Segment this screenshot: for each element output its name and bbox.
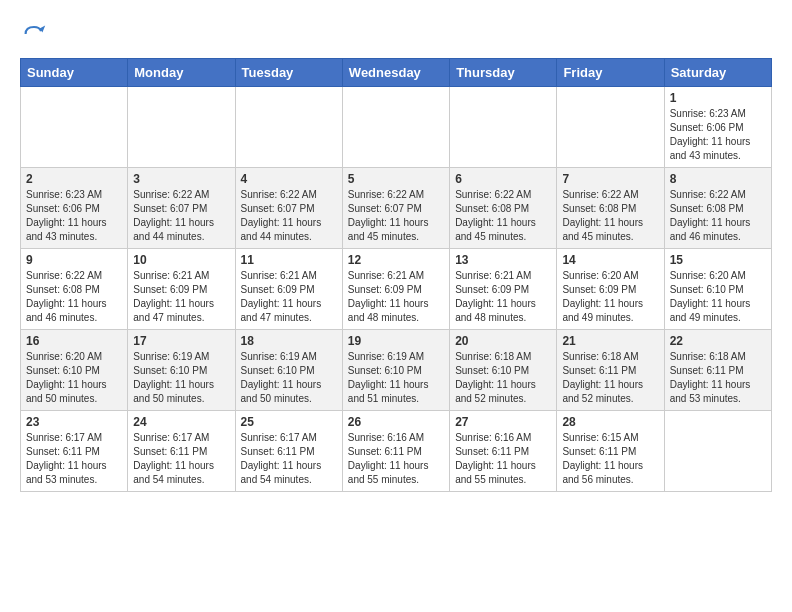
day-number: 9 bbox=[26, 253, 122, 267]
calendar-cell: 1Sunrise: 6:23 AM Sunset: 6:06 PM Daylig… bbox=[664, 87, 771, 168]
day-info: Sunrise: 6:18 AM Sunset: 6:11 PM Dayligh… bbox=[670, 350, 766, 406]
calendar-cell: 17Sunrise: 6:19 AM Sunset: 6:10 PM Dayli… bbox=[128, 330, 235, 411]
day-number: 4 bbox=[241, 172, 337, 186]
calendar-cell: 22Sunrise: 6:18 AM Sunset: 6:11 PM Dayli… bbox=[664, 330, 771, 411]
calendar-cell bbox=[21, 87, 128, 168]
day-info: Sunrise: 6:18 AM Sunset: 6:11 PM Dayligh… bbox=[562, 350, 658, 406]
calendar-cell: 28Sunrise: 6:15 AM Sunset: 6:11 PM Dayli… bbox=[557, 411, 664, 492]
day-number: 16 bbox=[26, 334, 122, 348]
logo-icon bbox=[20, 20, 48, 48]
calendar-cell: 4Sunrise: 6:22 AM Sunset: 6:07 PM Daylig… bbox=[235, 168, 342, 249]
day-info: Sunrise: 6:22 AM Sunset: 6:08 PM Dayligh… bbox=[670, 188, 766, 244]
calendar-cell: 15Sunrise: 6:20 AM Sunset: 6:10 PM Dayli… bbox=[664, 249, 771, 330]
calendar-cell: 2Sunrise: 6:23 AM Sunset: 6:06 PM Daylig… bbox=[21, 168, 128, 249]
day-number: 27 bbox=[455, 415, 551, 429]
calendar-cell: 9Sunrise: 6:22 AM Sunset: 6:08 PM Daylig… bbox=[21, 249, 128, 330]
day-info: Sunrise: 6:20 AM Sunset: 6:10 PM Dayligh… bbox=[26, 350, 122, 406]
day-number: 21 bbox=[562, 334, 658, 348]
day-number: 7 bbox=[562, 172, 658, 186]
calendar-week-row: 2Sunrise: 6:23 AM Sunset: 6:06 PM Daylig… bbox=[21, 168, 772, 249]
day-info: Sunrise: 6:19 AM Sunset: 6:10 PM Dayligh… bbox=[133, 350, 229, 406]
calendar-cell bbox=[342, 87, 449, 168]
day-info: Sunrise: 6:22 AM Sunset: 6:08 PM Dayligh… bbox=[26, 269, 122, 325]
logo bbox=[20, 20, 52, 48]
weekday-header-wednesday: Wednesday bbox=[342, 59, 449, 87]
calendar-cell: 23Sunrise: 6:17 AM Sunset: 6:11 PM Dayli… bbox=[21, 411, 128, 492]
calendar-cell: 27Sunrise: 6:16 AM Sunset: 6:11 PM Dayli… bbox=[450, 411, 557, 492]
calendar-cell: 20Sunrise: 6:18 AM Sunset: 6:10 PM Dayli… bbox=[450, 330, 557, 411]
calendar-week-row: 23Sunrise: 6:17 AM Sunset: 6:11 PM Dayli… bbox=[21, 411, 772, 492]
calendar-cell: 11Sunrise: 6:21 AM Sunset: 6:09 PM Dayli… bbox=[235, 249, 342, 330]
weekday-header-friday: Friday bbox=[557, 59, 664, 87]
day-number: 12 bbox=[348, 253, 444, 267]
day-number: 15 bbox=[670, 253, 766, 267]
weekday-header-row: SundayMondayTuesdayWednesdayThursdayFrid… bbox=[21, 59, 772, 87]
weekday-header-saturday: Saturday bbox=[664, 59, 771, 87]
day-info: Sunrise: 6:20 AM Sunset: 6:10 PM Dayligh… bbox=[670, 269, 766, 325]
calendar-cell bbox=[557, 87, 664, 168]
day-info: Sunrise: 6:17 AM Sunset: 6:11 PM Dayligh… bbox=[133, 431, 229, 487]
calendar-week-row: 16Sunrise: 6:20 AM Sunset: 6:10 PM Dayli… bbox=[21, 330, 772, 411]
day-info: Sunrise: 6:22 AM Sunset: 6:08 PM Dayligh… bbox=[562, 188, 658, 244]
day-number: 23 bbox=[26, 415, 122, 429]
day-number: 17 bbox=[133, 334, 229, 348]
calendar-cell: 24Sunrise: 6:17 AM Sunset: 6:11 PM Dayli… bbox=[128, 411, 235, 492]
day-info: Sunrise: 6:19 AM Sunset: 6:10 PM Dayligh… bbox=[241, 350, 337, 406]
calendar-cell: 16Sunrise: 6:20 AM Sunset: 6:10 PM Dayli… bbox=[21, 330, 128, 411]
day-number: 25 bbox=[241, 415, 337, 429]
calendar-cell: 21Sunrise: 6:18 AM Sunset: 6:11 PM Dayli… bbox=[557, 330, 664, 411]
calendar-cell: 18Sunrise: 6:19 AM Sunset: 6:10 PM Dayli… bbox=[235, 330, 342, 411]
day-info: Sunrise: 6:21 AM Sunset: 6:09 PM Dayligh… bbox=[241, 269, 337, 325]
day-info: Sunrise: 6:18 AM Sunset: 6:10 PM Dayligh… bbox=[455, 350, 551, 406]
weekday-header-monday: Monday bbox=[128, 59, 235, 87]
day-number: 26 bbox=[348, 415, 444, 429]
day-info: Sunrise: 6:23 AM Sunset: 6:06 PM Dayligh… bbox=[670, 107, 766, 163]
weekday-header-thursday: Thursday bbox=[450, 59, 557, 87]
day-info: Sunrise: 6:16 AM Sunset: 6:11 PM Dayligh… bbox=[455, 431, 551, 487]
calendar-cell: 7Sunrise: 6:22 AM Sunset: 6:08 PM Daylig… bbox=[557, 168, 664, 249]
day-number: 6 bbox=[455, 172, 551, 186]
day-info: Sunrise: 6:20 AM Sunset: 6:09 PM Dayligh… bbox=[562, 269, 658, 325]
day-number: 18 bbox=[241, 334, 337, 348]
day-info: Sunrise: 6:17 AM Sunset: 6:11 PM Dayligh… bbox=[26, 431, 122, 487]
calendar-cell bbox=[664, 411, 771, 492]
day-number: 20 bbox=[455, 334, 551, 348]
calendar-cell: 6Sunrise: 6:22 AM Sunset: 6:08 PM Daylig… bbox=[450, 168, 557, 249]
day-info: Sunrise: 6:16 AM Sunset: 6:11 PM Dayligh… bbox=[348, 431, 444, 487]
day-number: 1 bbox=[670, 91, 766, 105]
day-number: 24 bbox=[133, 415, 229, 429]
day-info: Sunrise: 6:22 AM Sunset: 6:07 PM Dayligh… bbox=[133, 188, 229, 244]
svg-rect-0 bbox=[20, 20, 48, 48]
day-info: Sunrise: 6:22 AM Sunset: 6:07 PM Dayligh… bbox=[241, 188, 337, 244]
day-info: Sunrise: 6:19 AM Sunset: 6:10 PM Dayligh… bbox=[348, 350, 444, 406]
day-number: 2 bbox=[26, 172, 122, 186]
day-info: Sunrise: 6:17 AM Sunset: 6:11 PM Dayligh… bbox=[241, 431, 337, 487]
calendar-cell: 12Sunrise: 6:21 AM Sunset: 6:09 PM Dayli… bbox=[342, 249, 449, 330]
calendar-week-row: 1Sunrise: 6:23 AM Sunset: 6:06 PM Daylig… bbox=[21, 87, 772, 168]
weekday-header-tuesday: Tuesday bbox=[235, 59, 342, 87]
day-info: Sunrise: 6:21 AM Sunset: 6:09 PM Dayligh… bbox=[133, 269, 229, 325]
calendar-cell: 5Sunrise: 6:22 AM Sunset: 6:07 PM Daylig… bbox=[342, 168, 449, 249]
calendar-cell bbox=[450, 87, 557, 168]
day-info: Sunrise: 6:21 AM Sunset: 6:09 PM Dayligh… bbox=[348, 269, 444, 325]
calendar-cell: 26Sunrise: 6:16 AM Sunset: 6:11 PM Dayli… bbox=[342, 411, 449, 492]
day-number: 8 bbox=[670, 172, 766, 186]
day-info: Sunrise: 6:23 AM Sunset: 6:06 PM Dayligh… bbox=[26, 188, 122, 244]
calendar-cell: 25Sunrise: 6:17 AM Sunset: 6:11 PM Dayli… bbox=[235, 411, 342, 492]
calendar-cell: 3Sunrise: 6:22 AM Sunset: 6:07 PM Daylig… bbox=[128, 168, 235, 249]
day-number: 10 bbox=[133, 253, 229, 267]
day-number: 5 bbox=[348, 172, 444, 186]
day-number: 3 bbox=[133, 172, 229, 186]
calendar-cell bbox=[235, 87, 342, 168]
day-info: Sunrise: 6:22 AM Sunset: 6:08 PM Dayligh… bbox=[455, 188, 551, 244]
day-number: 13 bbox=[455, 253, 551, 267]
calendar-week-row: 9Sunrise: 6:22 AM Sunset: 6:08 PM Daylig… bbox=[21, 249, 772, 330]
day-info: Sunrise: 6:21 AM Sunset: 6:09 PM Dayligh… bbox=[455, 269, 551, 325]
calendar-cell: 13Sunrise: 6:21 AM Sunset: 6:09 PM Dayli… bbox=[450, 249, 557, 330]
calendar-table: SundayMondayTuesdayWednesdayThursdayFrid… bbox=[20, 58, 772, 492]
calendar-cell: 8Sunrise: 6:22 AM Sunset: 6:08 PM Daylig… bbox=[664, 168, 771, 249]
day-info: Sunrise: 6:15 AM Sunset: 6:11 PM Dayligh… bbox=[562, 431, 658, 487]
day-number: 28 bbox=[562, 415, 658, 429]
day-number: 11 bbox=[241, 253, 337, 267]
calendar-cell: 19Sunrise: 6:19 AM Sunset: 6:10 PM Dayli… bbox=[342, 330, 449, 411]
